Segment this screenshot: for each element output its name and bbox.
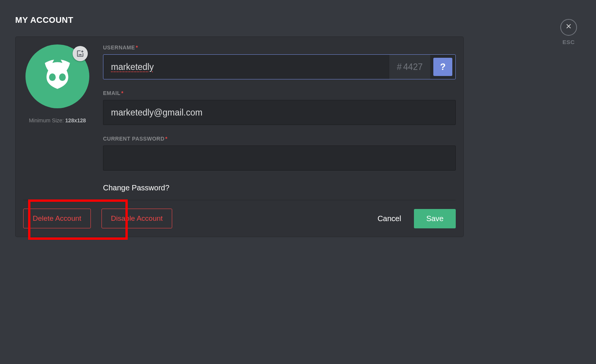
password-label: CURRENT PASSWORD* [103,136,456,142]
page-title: MY ACCOUNT [15,15,73,25]
username-label: USERNAME* [103,44,456,51]
change-password-link[interactable]: Change Password? [103,184,170,192]
email-label: EMAIL* [103,90,456,96]
discord-logo-icon [36,55,78,97]
email-input[interactable] [103,100,456,125]
cancel-button[interactable]: Cancel [374,209,405,228]
delete-highlight-wrapper: Delete Account [23,209,91,228]
form-section: USERNAME* # 4427 ? EMAIL* CURRENT PASSWO… [103,44,456,192]
svg-point-1 [59,73,66,81]
esc-label: ESC [563,39,575,45]
avatar-section: Minimum Size: 128x128 [23,44,92,192]
username-help-button[interactable]: ? [433,58,452,76]
password-input[interactable] [103,146,456,171]
close-icon [565,22,572,32]
close-container: ESC [560,19,577,45]
hash-symbol: # [397,62,402,72]
delete-account-button[interactable]: Delete Account [23,209,91,228]
close-button[interactable] [560,19,577,36]
footer-left: Delete Account Disable Account [23,209,172,228]
upload-avatar-button[interactable] [73,46,88,61]
disable-account-button[interactable]: Disable Account [101,209,172,228]
image-plus-icon [76,49,84,58]
svg-point-0 [49,73,56,81]
card-body: Minimum Size: 128x128 USERNAME* # 4427 ?… [23,44,456,200]
discriminator: # 4427 [389,55,430,79]
username-input[interactable] [103,55,389,79]
account-card: Minimum Size: 128x128 USERNAME* # 4427 ?… [15,36,464,237]
save-button[interactable]: Save [414,209,456,228]
username-row: # 4427 ? [103,54,456,79]
discriminator-value: 4427 [403,62,423,72]
avatar-wrapper [25,44,89,108]
settings-header: MY ACCOUNT [15,15,581,25]
footer-right: Cancel Save [374,209,456,228]
card-footer: Delete Account Disable Account Cancel Sa… [23,200,456,237]
avatar-min-size: Minimum Size: 128x128 [29,117,86,123]
